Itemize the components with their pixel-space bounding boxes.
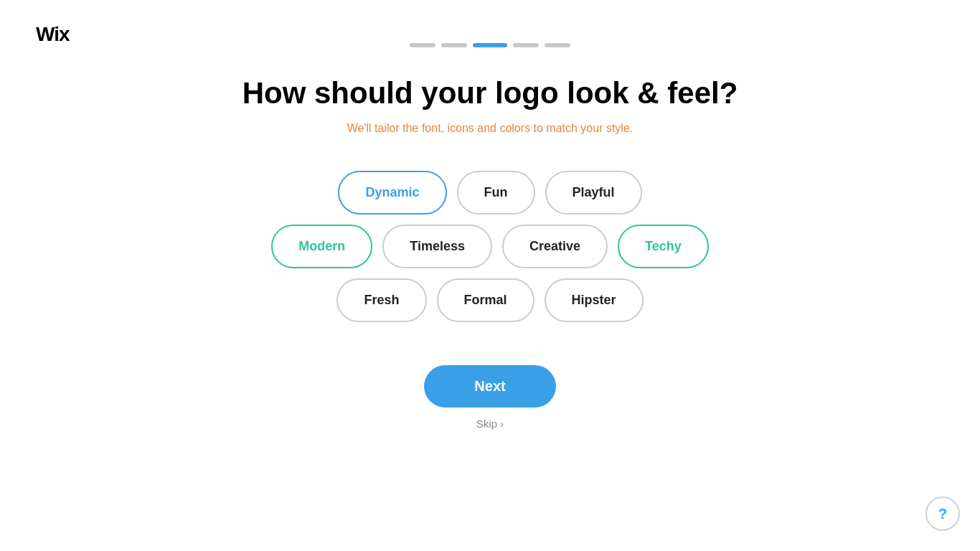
- style-option-fun[interactable]: Fun: [457, 171, 535, 215]
- style-options-container: Dynamic Fun Playful Modern Timeless Crea…: [271, 171, 708, 322]
- skip-label: Skip: [476, 418, 497, 430]
- style-options-row-2: Modern Timeless Creative Techy: [271, 225, 708, 268]
- wix-logo: Wix: [36, 23, 70, 46]
- progress-dot-5: [545, 43, 570, 47]
- style-option-fresh[interactable]: Fresh: [336, 278, 426, 322]
- style-option-modern[interactable]: Modern: [271, 225, 372, 268]
- page-subtitle: We'll tailor the font, icons and colors …: [347, 122, 633, 135]
- next-button[interactable]: Next: [424, 365, 555, 408]
- progress-dot-3: [473, 43, 507, 47]
- progress-dot-1: [410, 43, 435, 47]
- page-title: How should your logo look & feel?: [242, 76, 738, 110]
- progress-bar: [0, 43, 980, 47]
- style-option-creative[interactable]: Creative: [502, 225, 608, 268]
- style-option-formal[interactable]: Formal: [437, 278, 534, 322]
- style-option-hipster[interactable]: Hipster: [545, 278, 644, 322]
- progress-dot-4: [513, 43, 539, 47]
- style-options-row-3: Fresh Formal Hipster: [336, 278, 643, 322]
- style-option-playful[interactable]: Playful: [545, 171, 642, 215]
- progress-dot-2: [441, 43, 467, 47]
- chevron-right-icon: ›: [500, 418, 504, 430]
- skip-link[interactable]: Skip ›: [476, 418, 504, 430]
- style-option-dynamic[interactable]: Dynamic: [338, 171, 446, 215]
- style-options-row-1: Dynamic Fun Playful: [338, 171, 641, 215]
- help-button[interactable]: ?: [925, 496, 960, 531]
- main-content: How should your logo look & feel? We'll …: [0, 76, 980, 430]
- style-option-timeless[interactable]: Timeless: [382, 225, 492, 268]
- style-option-techy[interactable]: Techy: [618, 225, 709, 268]
